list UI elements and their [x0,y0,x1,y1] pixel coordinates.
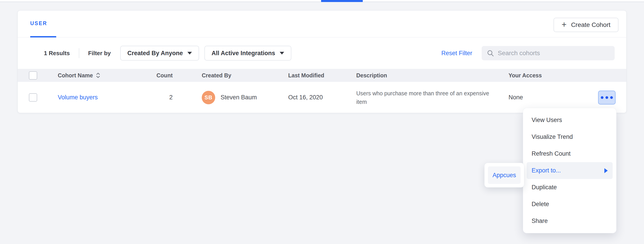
menu-item-duplicate[interactable]: Duplicate [527,179,613,196]
integrations-dropdown[interactable]: All Active Integrations [204,46,291,61]
column-header-your-access[interactable]: Your Access [508,72,576,79]
cohorts-panel: USER + Create Cohort 1 Results Filter by… [18,10,626,113]
column-header-created-by[interactable]: Created By [202,72,288,79]
plus-icon: + [562,20,566,29]
menu-item-export-to-label: Export to... [532,167,561,174]
caret-down-icon [280,52,284,55]
export-submenu: Appcues [484,163,524,187]
filter-by-label: Filter by [88,50,111,57]
ellipsis-icon [610,96,613,99]
search-cohorts-box[interactable] [482,46,615,60]
row-actions-button[interactable] [598,91,616,105]
sort-updown-icon [96,72,100,79]
menu-item-export-to[interactable]: Export to... [527,162,613,179]
search-cohorts-input[interactable] [498,50,610,57]
select-all-checkbox[interactable] [29,71,37,80]
ellipsis-icon [606,96,608,99]
search-icon [486,49,494,57]
row-checkbox-cell [29,93,58,102]
table-header: Cohort Name Count Created By Last Modifi… [18,69,626,82]
results-count: 1 Results [44,50,70,57]
filter-bar: 1 Results Filter by Created By Anyone Al… [18,38,626,69]
ellipsis-icon [601,96,604,99]
column-header-description[interactable]: Description [356,72,508,79]
top-tab-bar [0,0,644,2]
tab-user[interactable]: USER [30,11,56,38]
column-header-last-modified[interactable]: Last Modified [288,72,356,79]
active-tab-indicator [321,0,363,2]
created-by-cell: SB Steven Baum [202,91,288,104]
create-cohort-label: Create Cohort [571,21,610,29]
column-header-cohort-name[interactable]: Cohort Name [58,72,143,79]
cohort-name-link[interactable]: Volume buyers [58,94,98,101]
created-by-dropdown[interactable]: Created By Anyone [120,46,199,61]
row-checkbox[interactable] [29,93,37,102]
header-checkbox-cell [29,71,58,80]
column-header-count[interactable]: Count [143,72,173,79]
menu-item-delete[interactable]: Delete [527,196,613,213]
create-cohort-button[interactable]: + Create Cohort [554,18,618,32]
avatar: SB [202,91,215,104]
menu-item-visualize-trend[interactable]: Visualize Trend [527,128,613,145]
last-modified-value: Oct 16, 2020 [288,94,356,101]
submenu-arrow-icon [604,168,608,173]
menu-item-view-users[interactable]: View Users [527,112,613,128]
menu-item-share[interactable]: Share [527,213,613,229]
cohort-count: 2 [143,94,173,101]
panel-tabs-row: USER + Create Cohort [18,11,626,38]
cohort-description: Users who purchase more than three of an… [356,89,490,106]
menu-item-refresh-count[interactable]: Refresh Count [527,145,613,162]
created-by-name: Steven Baum [220,94,257,101]
row-actions-menu: View Users Visualize Trend Refresh Count… [523,108,616,233]
created-by-dropdown-value: Created By Anyone [128,50,183,57]
reset-filter-link[interactable]: Reset Filter [441,50,472,57]
integrations-dropdown-value: All Active Integrations [212,50,275,57]
divider [79,48,79,58]
caret-down-icon [188,52,192,55]
submenu-item-appcues[interactable]: Appcues [488,166,520,184]
your-access-value: None [508,94,576,101]
